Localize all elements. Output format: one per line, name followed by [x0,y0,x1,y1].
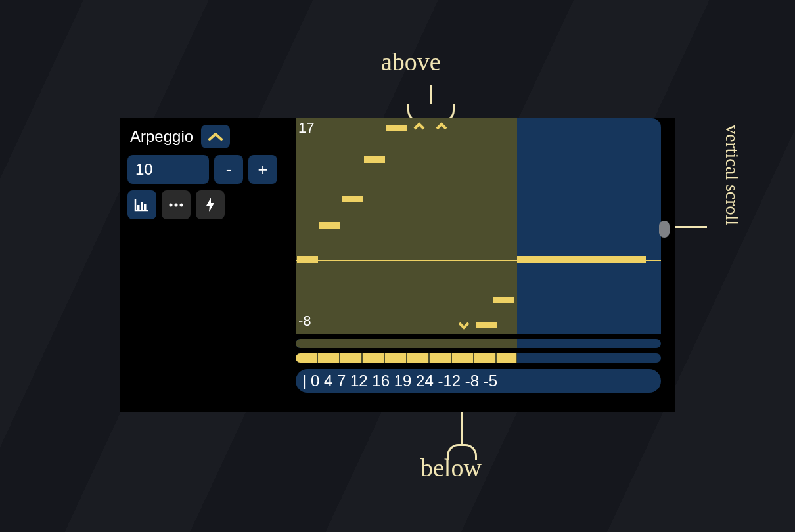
step-bar[interactable] [319,222,340,229]
annotation-vscroll: vertical scroll [721,125,742,225]
vertical-scroll-track[interactable] [660,118,669,334]
panel-title: Arpeggio [127,126,196,147]
more-options-button[interactable] [162,190,191,219]
sub-track-2[interactable] [296,353,661,363]
axis-top-label: 17 [298,120,314,137]
step-bar[interactable] [364,156,385,163]
sub-track-1[interactable] [296,339,661,348]
axis-bottom-label: -8 [298,313,311,330]
step-count-value: 10 [135,160,153,179]
vertical-scroll-thumb[interactable] [659,221,670,238]
svg-rect-0 [137,205,140,210]
bar-chart-icon [134,198,150,212]
decrement-button[interactable]: - [214,155,243,184]
step-bar[interactable] [297,256,318,263]
controls-column: Arpeggio 10 - + [120,118,296,412]
step-bar[interactable] [386,125,407,131]
ellipsis-icon [168,202,184,208]
increment-button[interactable]: + [248,155,277,184]
svg-rect-1 [141,202,143,210]
step-chart[interactable]: 17 -8 [296,118,661,334]
sequence-input[interactable]: | 0 4 7 12 16 19 24 -12 -8 -5 [296,369,661,393]
annotation-above: above [381,47,441,76]
chevron-up-icon [208,132,223,141]
collapse-button[interactable] [201,125,230,148]
sequence-text: | 0 4 7 12 16 19 24 -12 -8 -5 [302,372,497,390]
svg-point-5 [180,204,183,207]
svg-rect-2 [144,204,147,210]
graph-mode-button[interactable] [127,190,156,219]
editor-area: 17 -8 [296,118,675,412]
step-count-input[interactable]: 10 [127,155,209,184]
svg-point-4 [175,204,178,207]
overflow-below-icon [453,319,474,332]
step-bar[interactable] [342,196,363,202]
overflow-above-icon [431,120,452,133]
step-bar[interactable] [493,297,514,303]
bolt-button[interactable] [196,190,225,219]
active-zone [296,339,517,348]
overflow-above-icon [409,120,430,133]
svg-point-3 [170,204,173,207]
arpeggio-panel: Arpeggio 10 - + [120,118,675,412]
brace-below [447,444,477,460]
step-bar[interactable] [476,322,497,328]
bolt-icon [205,197,216,213]
step-bar[interactable] [517,256,646,263]
